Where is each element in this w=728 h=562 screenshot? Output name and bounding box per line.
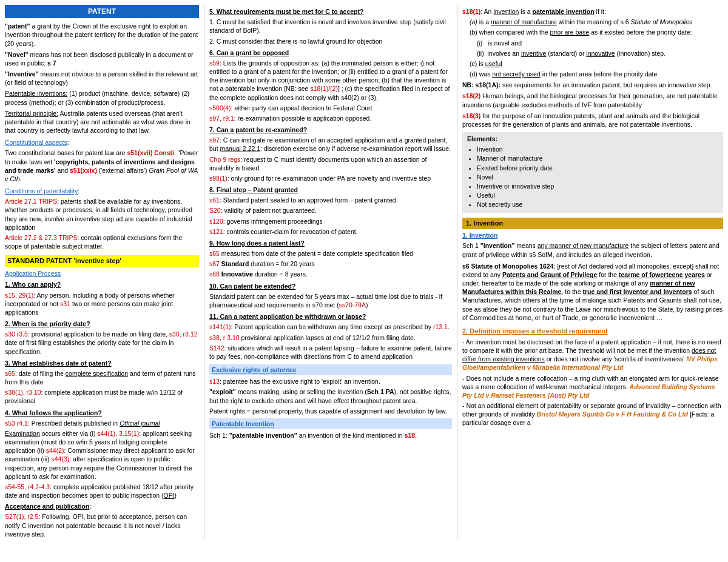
art27-1: Article 27.1 TRIPS: patents shall be ava… (5, 197, 199, 232)
patent-header: PATENT (5, 5, 199, 18)
inventive-def: "Inventive" means not obvious to a perso… (5, 70, 199, 87)
q11-s38: s38, r 3.10 provisional application laps… (209, 333, 452, 342)
q2-text: s30 r3.5: provisional application to be … (5, 330, 199, 356)
q5-heading: 5. What requirements must be met for C t… (209, 7, 452, 16)
elem-invention: Invention (477, 145, 718, 153)
inv-section-num: 1. Invention (466, 219, 503, 227)
elem-novel: Novel (477, 173, 718, 181)
nb-s18-1a: NB: s18(1A): see requirements for an inn… (462, 81, 723, 89)
elem-existed: Existed before priority date (477, 164, 718, 172)
q9-s65: s65 measured from date of the patent = d… (209, 249, 452, 258)
excl-exploit: "exploit" means making, using or selling… (209, 387, 452, 404)
conditions-heading: Conditions of patentability: (5, 187, 199, 195)
q6-s59: s59: Lists the grounds of opposition as:… (209, 59, 452, 102)
q7-heading: 7. Can a patent be re-examined? (209, 125, 452, 134)
patentable-inv: Patentable inventions: (1) product (mach… (5, 89, 199, 106)
novel-def: "Novel" means has not been disclosed pub… (5, 50, 199, 67)
def-threshold-heading: 2. Definition imposes a threshold requir… (462, 327, 723, 336)
divider-2 (457, 5, 457, 540)
inv-heading2: 1. Invention (462, 231, 723, 239)
q4-text2: Examination occurs either via (i) s44(1)… (5, 429, 199, 481)
elem-useful: Useful (477, 191, 718, 199)
acceptance-heading: Acceptance and publication: (5, 502, 199, 510)
q7-s97: s97: C can instigate re-examination of a… (209, 136, 452, 153)
s18-b-i: (i) is novel and (477, 39, 723, 47)
elem-inventive: Inventive or innovative step (477, 182, 718, 190)
q10-text: Standard patent can be extended for 5 ye… (209, 292, 452, 309)
s18-intro: s18(1): An invention is a patentable inv… (462, 7, 723, 16)
q3: 3. What establishes date of patent? (5, 359, 199, 367)
column-3: s18(1): An invention is a patentable inv… (462, 5, 723, 540)
excl-patent-rights: Patent rights = personal property, thus … (209, 407, 452, 415)
elem-manner: Manner of manufacture (477, 154, 718, 162)
inv-sch1: Sch 1 "invention" means any manner of ne… (462, 241, 723, 258)
q3-text2: s38(1), r3.10: complete application must… (5, 388, 199, 405)
s18-2: s18(2) Human beings, and the biological … (462, 92, 723, 109)
q9-heading: 9. How long does a patent last? (209, 239, 452, 247)
elem-not-secretly: Not secretly use (477, 200, 718, 209)
constitutional-text: Two constitutional bases for patent law … (5, 149, 199, 183)
q8-s121: s121: controls counter-claim for revocat… (209, 227, 452, 236)
s18-d: (d) was not secretly used in the patent … (470, 70, 723, 78)
q4-text1: s53 r4.1: Prescribed details published i… (5, 419, 199, 427)
s18-a: (a) is a manner of manufacture within th… (470, 18, 723, 26)
q4-text3: s54-55, r4.2-4.3: complete application p… (5, 483, 199, 500)
patentable-inv-heading: Patentable Invention (209, 418, 452, 429)
q8-s20: S20: validity of patent not guaranteed. (209, 206, 452, 215)
q8-s61: s61: Standard patent sealed to an approv… (209, 196, 452, 204)
elements-list: Invention Manner of manufacture Existed … (477, 145, 718, 209)
q4: 4. What follows the application? (5, 409, 199, 417)
constitutional-heading: Constitutional aspects: (5, 138, 199, 147)
q7-chp9: Chp 9 regs: request to C must identify d… (209, 155, 452, 172)
s18-b-ii: (ii) involves an inventive (standard) or… (477, 49, 723, 58)
art27-2: Article 27.2 & 27.3 TRIPS: contain optio… (5, 233, 199, 250)
patent-def: "patent" a grant by the Crown of the exc… (5, 22, 199, 48)
s6-statute: s6 Statute of Monopolies 1624: [rest of … (462, 262, 723, 322)
s18-3: s18(3) for the purpose of an innovation … (462, 112, 723, 129)
standard-patent-header: STANDARD PATENT 'inventive step' (5, 255, 199, 267)
q4-text4: S27(1), r2.5: Following. OPI, but prior … (5, 512, 199, 538)
q6-s97: s97, r9.1: re-examination possible is ap… (209, 114, 452, 122)
q3-text1: s65: date of filing the complete specifi… (5, 369, 199, 386)
q9-s68: s68 Innovative duration = 8 years. (209, 270, 452, 278)
territorial: Territorial principle: Australia patents… (5, 109, 199, 135)
q11-heading: 11. Can a patent application be withdraw… (209, 312, 452, 321)
exclusive-heading: Exclusive rights of patentee (209, 364, 452, 375)
s18-c: (c) is useful (470, 59, 723, 68)
inv-section-box: 1. Invention (462, 218, 723, 229)
q6-s560: s560(4): either party can appeal decisio… (209, 104, 452, 112)
main-page: PATENT "patent" a grant by the Crown of … (0, 0, 728, 545)
q5-text2: 2. C must consider that there is no lawf… (209, 37, 452, 45)
q8-heading: 8. Final step – Patent granted (209, 186, 452, 194)
q11-s141: s141(1): Patent application can be withd… (209, 323, 452, 331)
sch1-text: Sch 1: "patentable invention" an inventi… (209, 431, 452, 440)
column-2: 5. What requirements must be met for C t… (209, 5, 452, 540)
s18-b: (b) when compared with the prior are bas… (470, 28, 723, 36)
q10-heading: 10. Can patent be extended? (209, 282, 452, 290)
q9-s67: s67 Standard duration = for 20 years (209, 259, 452, 268)
q1-text: s15, 29(1): Any person, including a body… (5, 291, 199, 317)
def-threshold-text1: - An invention must be disclosed on the … (462, 338, 723, 372)
q8-s120: s120: governs infringement proceedings (209, 217, 452, 226)
q11-s142: S142: situations which will result in a … (209, 344, 452, 361)
excl-s13: s13: patentee has the exclusive right to… (209, 377, 452, 386)
column-1: PATENT "patent" a grant by the Crown of … (5, 5, 199, 540)
def-threshold-text3: - Not an additional element of patentabi… (462, 401, 723, 427)
q6-heading: 6. Can a grant be opposed (209, 49, 452, 57)
divider-1 (204, 5, 204, 540)
elements-box: Elements: Invention Manner of manufactur… (462, 132, 723, 213)
elements-heading: Elements: (467, 135, 718, 143)
app-process: Application Process (5, 269, 199, 278)
def-threshold-text2: - Does not include a mere collocation – … (462, 374, 723, 400)
q5-text1: 1. C must be satisfied that invention is… (209, 18, 452, 35)
q2: 2. When is the priority date? (5, 319, 199, 328)
q7-s98: s98(1): only ground for re-examination u… (209, 174, 452, 182)
q1: 1. Who can apply? (5, 280, 199, 289)
